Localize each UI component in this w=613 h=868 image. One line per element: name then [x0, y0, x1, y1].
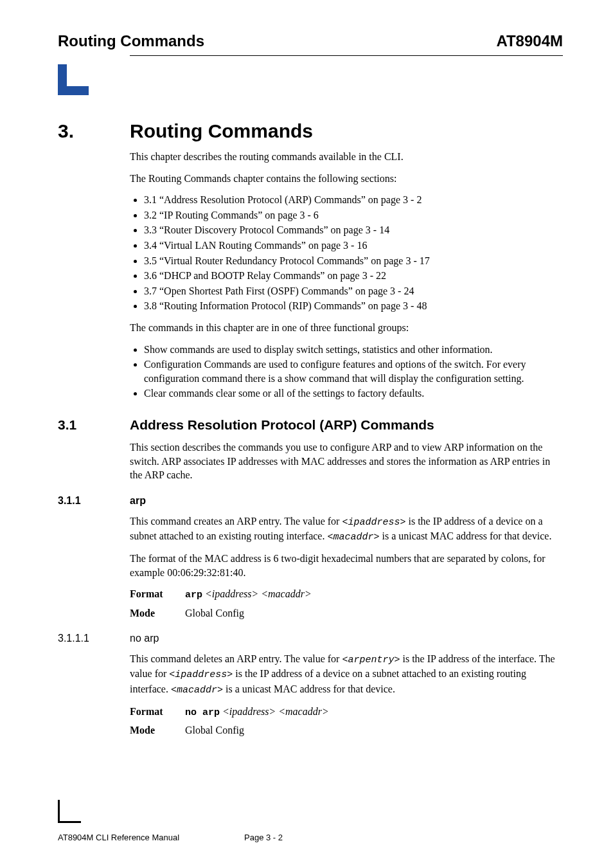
- section-number: 3.1: [58, 417, 130, 433]
- paragraph: This command creates an ARP entry. The v…: [130, 514, 563, 545]
- brand-corner-icon: [58, 64, 89, 95]
- mode-label: Mode: [130, 723, 185, 737]
- toc-item[interactable]: 3.7 “Open Shortest Path First (OSPF) Com…: [144, 284, 563, 298]
- section-body: This section describes the commands you …: [130, 440, 563, 482]
- mode-row: Mode Global Config: [130, 723, 563, 737]
- code-param: <macaddr>: [327, 532, 379, 543]
- toc-item[interactable]: 3.8 “Routing Information Protocol (RIP) …: [144, 299, 563, 313]
- intro-paragraph: The Routing Commands chapter contains th…: [130, 172, 563, 186]
- page-footer: AT8904M CLI Reference Manual Page 3 - 2: [58, 833, 563, 842]
- chapter-title: Routing Commands: [130, 120, 313, 142]
- header-right: AT8904M: [496, 32, 563, 50]
- mode-row: Mode Global Config: [130, 606, 563, 620]
- paragraph: The format of the MAC address is 6 two-d…: [130, 552, 563, 579]
- groups-list: Show commands are used to display switch…: [130, 343, 563, 401]
- mode-label: Mode: [130, 606, 185, 620]
- page-corner-icon: [58, 800, 81, 823]
- text: is a unicast MAC address for that device…: [379, 530, 551, 541]
- format-label: Format: [130, 587, 185, 602]
- toc-item[interactable]: 3.2 “IP Routing Commands” on page 3 - 6: [144, 208, 563, 222]
- code-param: <ipaddress>: [169, 669, 233, 680]
- format-value: arp <ipaddress> <macaddr>: [185, 587, 563, 602]
- mode-value: Global Config: [185, 606, 563, 620]
- paragraph: This command deletes an ARP entry. The v…: [130, 652, 563, 697]
- footer-page-number: Page 3 - 2: [244, 833, 563, 842]
- toc-item[interactable]: 3.5 “Virtual Router Redundancy Protocol …: [144, 254, 563, 268]
- toc-item[interactable]: 3.1 “Address Resolution Protocol (ARP) C…: [144, 193, 563, 207]
- format-value: no arp <ipaddress> <macaddr>: [185, 705, 563, 719]
- subsection-number: 3.1.1: [58, 495, 130, 507]
- text: This command creates an ARP entry. The v…: [130, 516, 342, 527]
- subsubsection-title: no arp: [130, 633, 159, 644]
- mode-value: Global Config: [185, 723, 563, 737]
- subsection-heading: 3.1.1 arp: [58, 495, 563, 507]
- command-keyword: arp: [185, 590, 202, 601]
- code-param: <macaddr>: [171, 685, 223, 696]
- toc-item[interactable]: 3.4 “Virtual LAN Routing Commands” on pa…: [144, 239, 563, 253]
- chapter-intro: This chapter describes the routing comma…: [130, 150, 563, 401]
- code-param: <arpentry>: [342, 655, 400, 665]
- toc-list: 3.1 “Address Resolution Protocol (ARP) C…: [130, 193, 563, 313]
- header-rule: [130, 55, 563, 56]
- list-item: Configuration Commands are used to confi…: [144, 357, 563, 385]
- intro-paragraph: This chapter describes the routing comma…: [130, 150, 563, 164]
- subsubsection-number: 3.1.1.1: [58, 633, 130, 644]
- code-param: <ipaddress>: [342, 517, 405, 528]
- subsection-body: This command creates an ARP entry. The v…: [130, 514, 563, 620]
- list-item: Clear commands clear some or all of the …: [144, 386, 563, 401]
- command-args: <ipaddress> <macaddr>: [222, 706, 329, 717]
- subsection-title: arp: [130, 495, 146, 507]
- chapter-heading: 3. Routing Commands: [58, 120, 563, 142]
- subsubsection-body: This command deletes an ARP entry. The v…: [130, 652, 563, 737]
- section-heading: 3.1 Address Resolution Protocol (ARP) Co…: [58, 417, 563, 433]
- toc-item[interactable]: 3.3 “Router Discovery Protocol Commands”…: [144, 223, 563, 237]
- list-item: Show commands are used to display switch…: [144, 343, 563, 357]
- command-keyword: no arp: [185, 707, 220, 718]
- section-title: Address Resolution Protocol (ARP) Comman…: [130, 417, 434, 433]
- subsubsection-heading: 3.1.1.1 no arp: [58, 633, 563, 644]
- text: This command deletes an ARP entry. The v…: [130, 653, 342, 664]
- format-label: Format: [130, 705, 185, 719]
- footer-manual-name: AT8904M CLI Reference Manual: [58, 833, 244, 842]
- header-left: Routing Commands: [58, 32, 204, 50]
- command-args: <ipaddress> <macaddr>: [205, 588, 312, 599]
- text: is a unicast MAC address for that device…: [223, 683, 395, 694]
- page: Routing Commands AT8904M 3. Routing Comm…: [0, 0, 613, 868]
- chapter-number: 3.: [58, 120, 130, 142]
- page-header: Routing Commands AT8904M: [58, 32, 563, 50]
- format-row: Format no arp <ipaddress> <macaddr>: [130, 705, 563, 719]
- groups-intro: The commands in this chapter are in one …: [130, 321, 563, 335]
- format-row: Format arp <ipaddress> <macaddr>: [130, 587, 563, 602]
- paragraph: This section describes the commands you …: [130, 440, 563, 482]
- toc-item[interactable]: 3.6 “DHCP and BOOTP Relay Commands” on p…: [144, 269, 563, 283]
